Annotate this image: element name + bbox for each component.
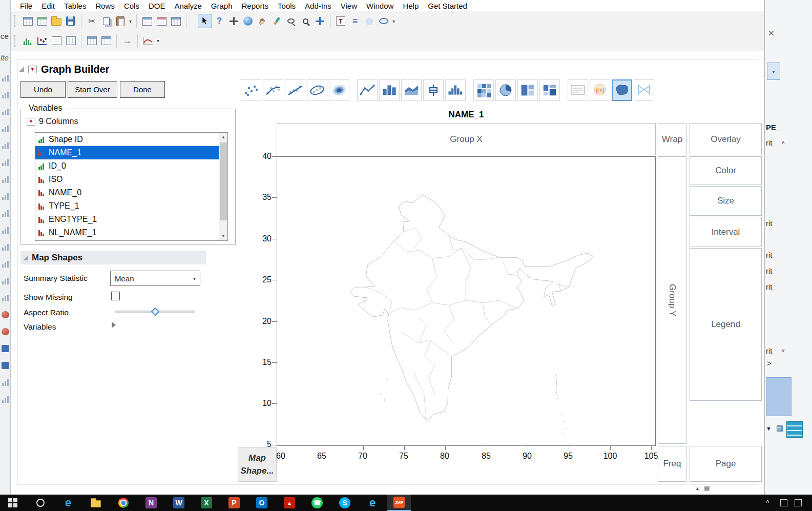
profiler-icon[interactable] xyxy=(141,34,155,48)
scroll-up-icon[interactable]: ∧ xyxy=(781,139,785,145)
wrap-drop-zone[interactable]: Wrap xyxy=(658,123,686,155)
palette-smoother-icon[interactable] xyxy=(263,79,283,101)
map-shapes-header[interactable]: Map Shapes xyxy=(20,251,206,264)
annotate-polygon-icon[interactable] xyxy=(362,14,377,28)
scrollbar-thumb[interactable] xyxy=(220,142,227,220)
collapse-triangle-icon[interactable] xyxy=(23,256,28,260)
report-thumbnail-icon[interactable] xyxy=(2,125,9,132)
copy-icon[interactable] xyxy=(99,14,113,28)
selection-tool-icon[interactable] xyxy=(241,14,255,28)
report-thumbnail-icon[interactable] xyxy=(2,379,9,386)
menu-rows[interactable]: Rows xyxy=(91,2,119,10)
list-item-selected[interactable]: NAME_1 xyxy=(35,146,227,159)
color-drop-zone[interactable]: Color xyxy=(690,156,762,185)
palette-points-icon[interactable] xyxy=(241,79,261,101)
brush-tool-icon[interactable] xyxy=(269,14,284,28)
taskbar-edge[interactable]: e xyxy=(56,495,80,511)
report-thumbnail-icon[interactable] xyxy=(2,294,9,301)
palette-caption-box-icon[interactable] xyxy=(568,79,588,101)
scroll-up-icon[interactable]: ▲ xyxy=(695,486,700,491)
show-missing-checkbox[interactable] xyxy=(111,292,120,300)
map-shape-drop-zone[interactable]: Map Shape... xyxy=(238,447,277,482)
menu-tools[interactable]: Tools xyxy=(273,2,300,10)
menu-add-ins[interactable]: Add-Ins xyxy=(300,2,336,10)
menu-edit[interactable]: Edit xyxy=(37,2,59,10)
taskbar-chrome[interactable] xyxy=(112,495,135,511)
tabulate-icon[interactable] xyxy=(64,34,78,48)
undo-button[interactable]: Undo xyxy=(20,81,66,98)
annotate-line-icon[interactable]: ≡ xyxy=(348,14,362,28)
disclosure-triangle-icon[interactable] xyxy=(112,322,116,328)
palette-heatmap-icon[interactable] xyxy=(473,79,494,101)
red-triangle-menu-icon[interactable]: ▼ xyxy=(28,66,37,73)
subset-icon[interactable] xyxy=(154,14,169,28)
palette-map-shapes-icon[interactable] xyxy=(612,79,632,101)
fit-model-icon[interactable] xyxy=(85,34,99,48)
taskbar-internet-explorer[interactable]: e xyxy=(361,495,384,511)
expand-chevron[interactable]: > xyxy=(767,359,772,367)
save-icon[interactable] xyxy=(64,14,78,28)
palette-histogram-icon[interactable] xyxy=(445,79,466,101)
palette-line-icon[interactable] xyxy=(357,79,378,101)
summary-icon[interactable] xyxy=(140,14,154,28)
data-table-thumbnail-icon[interactable] xyxy=(2,345,9,352)
list-item[interactable]: NAME_0 xyxy=(35,186,227,199)
selected-cell-range[interactable] xyxy=(766,377,792,416)
freq-drop-zone[interactable]: Freq xyxy=(658,446,686,482)
annotate-oval-icon[interactable] xyxy=(377,14,391,28)
summary-statistic-select[interactable]: Mean ▾ xyxy=(110,271,200,286)
group-y-drop-zone[interactable]: Group Y xyxy=(658,156,686,444)
palette-mosaic-icon[interactable] xyxy=(539,79,560,101)
report-thumbnail-icon[interactable] xyxy=(2,108,9,115)
help-tool-icon[interactable]: ? xyxy=(212,14,226,28)
annotate-text-icon[interactable]: T xyxy=(334,14,348,28)
palette-parallel-plot-icon[interactable] xyxy=(634,79,654,101)
interval-drop-zone[interactable]: Interval xyxy=(690,217,762,247)
size-drop-zone[interactable]: Size xyxy=(690,186,762,216)
new-journal-icon[interactable] xyxy=(35,14,49,28)
lasso-tool-icon[interactable] xyxy=(284,14,298,28)
crosshair-tool-icon[interactable] xyxy=(313,14,327,28)
menu-file[interactable]: File xyxy=(15,2,37,10)
run-script-icon[interactable]: → xyxy=(120,34,134,48)
taskbar-onenote[interactable]: N xyxy=(139,495,163,511)
report-thumbnail-icon[interactable] xyxy=(2,91,9,98)
palette-area-icon[interactable] xyxy=(401,79,422,101)
distribution-icon[interactable] xyxy=(20,34,35,48)
menu-get-started[interactable]: Get Started xyxy=(423,2,472,10)
menu-help[interactable]: Help xyxy=(398,2,423,10)
recent-file-icon[interactable] xyxy=(2,328,9,335)
tray-expand-chevron[interactable]: ^ xyxy=(766,499,769,507)
list-item[interactable]: TYPE_1 xyxy=(35,199,227,213)
grid-icon[interactable]: ▦ xyxy=(776,423,783,433)
columns-red-triangle-icon[interactable]: ▼ xyxy=(27,118,35,126)
palette-pie-icon[interactable] xyxy=(495,79,516,101)
page-drop-zone[interactable]: Page xyxy=(690,446,762,482)
data-table-thumbnail-icon[interactable] xyxy=(2,362,9,369)
magnifier-tool-icon[interactable] xyxy=(298,14,313,28)
report-thumbnail-icon[interactable] xyxy=(2,243,9,251)
palette-bar-icon[interactable] xyxy=(379,79,400,101)
report-thumbnail-icon[interactable] xyxy=(2,210,9,217)
taskbar-jmp-active[interactable]: JMP xyxy=(387,495,411,511)
scroll-up-icon[interactable]: ▲ xyxy=(219,133,227,141)
close-icon[interactable]: × xyxy=(768,27,775,40)
menu-tables[interactable]: Tables xyxy=(59,2,91,10)
recent-file-icon[interactable] xyxy=(2,311,9,318)
toolbar-grip[interactable] xyxy=(14,35,17,47)
plot-area[interactable] xyxy=(277,156,656,446)
arrow-tool-icon[interactable] xyxy=(198,14,212,28)
aspect-ratio-slider[interactable] xyxy=(115,311,195,313)
toolbar-overflow-chevron-icon[interactable]: ▾ xyxy=(157,38,159,44)
palette-contour-icon[interactable] xyxy=(329,79,349,101)
list-item[interactable]: ID_0 xyxy=(35,159,227,173)
palette-box-plot-icon[interactable] xyxy=(423,79,444,101)
palette-treemap-icon[interactable] xyxy=(517,79,538,101)
report-thumbnail-icon[interactable] xyxy=(2,159,9,166)
taskbar-powerpoint[interactable]: P xyxy=(222,495,246,511)
palette-line-of-fit-icon[interactable] xyxy=(285,79,305,101)
menu-graph[interactable]: Graph xyxy=(206,2,237,10)
taskbar-search[interactable] xyxy=(29,495,52,511)
cut-icon[interactable]: ✂ xyxy=(85,14,99,28)
collapse-triangle-icon[interactable] xyxy=(18,67,24,72)
